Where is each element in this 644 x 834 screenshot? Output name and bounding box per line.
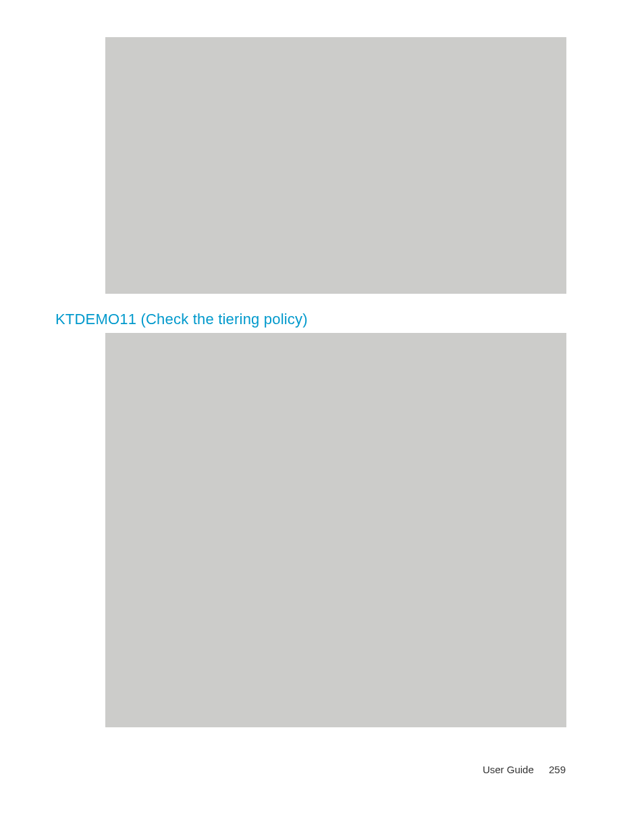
section-heading: KTDEMO11 (Check the tiering policy) [55, 311, 308, 328]
footer-page-number: 259 [549, 764, 566, 775]
figure-placeholder-bottom [105, 333, 566, 727]
page-container: KTDEMO11 (Check the tiering policy) User… [0, 0, 644, 834]
figure-placeholder-top [105, 37, 566, 294]
footer-label: User Guide [483, 764, 534, 775]
page-footer: User Guide 259 [483, 764, 566, 775]
